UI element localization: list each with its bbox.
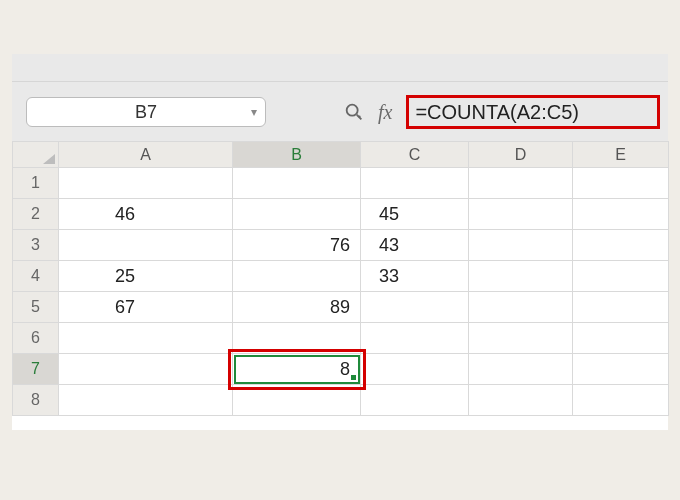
chevron-down-icon[interactable]: ▾	[251, 105, 257, 119]
column-header-row: ABCDE	[13, 142, 669, 168]
cell-C1[interactable]	[361, 168, 469, 199]
cell-B1[interactable]	[233, 168, 361, 199]
cell-B5[interactable]: 89	[233, 292, 361, 323]
cell-A6[interactable]	[59, 323, 233, 354]
row-4: 42533	[13, 261, 669, 292]
cell-E3[interactable]	[573, 230, 669, 261]
select-all-corner[interactable]	[13, 142, 59, 168]
cell-B6[interactable]	[233, 323, 361, 354]
column-header-e[interactable]: E	[573, 142, 669, 168]
cell-D8[interactable]	[469, 385, 573, 416]
cell-E8[interactable]	[573, 385, 669, 416]
row-header-1[interactable]: 1	[13, 168, 59, 199]
cell-B3[interactable]: 76	[233, 230, 361, 261]
row-header-5[interactable]: 5	[13, 292, 59, 323]
zoom-preview-icon[interactable]	[340, 98, 368, 126]
row-3: 37643	[13, 230, 669, 261]
formula-input[interactable]	[415, 101, 651, 124]
spreadsheet-window: B7 ▾ fx A	[12, 54, 668, 430]
worksheet[interactable]: ABCDE 1246453764342533567896788	[12, 141, 668, 430]
cell-D2[interactable]	[469, 199, 573, 230]
row-header-6[interactable]: 6	[13, 323, 59, 354]
cell-A1[interactable]	[59, 168, 233, 199]
cell-D3[interactable]	[469, 230, 573, 261]
cell-B2[interactable]	[233, 199, 361, 230]
row-6: 6	[13, 323, 669, 354]
formula-bar-area: B7 ▾ fx	[12, 54, 668, 141]
cell-A5[interactable]: 67	[59, 292, 233, 323]
cell-A8[interactable]	[59, 385, 233, 416]
svg-point-2	[358, 115, 360, 117]
column-header-a[interactable]: A	[59, 142, 233, 168]
cell-E7[interactable]	[573, 354, 669, 385]
cell-C5[interactable]	[361, 292, 469, 323]
cell-C8[interactable]	[361, 385, 469, 416]
column-header-b[interactable]: B	[233, 142, 361, 168]
fx-icon[interactable]: fx	[376, 101, 398, 124]
name-box-value: B7	[135, 102, 157, 123]
cell-A4[interactable]: 25	[59, 261, 233, 292]
row-8: 8	[13, 385, 669, 416]
cell-C2[interactable]: 45	[361, 199, 469, 230]
cell-B8[interactable]	[233, 385, 361, 416]
cell-C6[interactable]	[361, 323, 469, 354]
cell-A2[interactable]: 46	[59, 199, 233, 230]
cell-A7[interactable]	[59, 354, 233, 385]
column-header-d[interactable]: D	[469, 142, 573, 168]
cell-E2[interactable]	[573, 199, 669, 230]
cell-C7[interactable]	[361, 354, 469, 385]
cell-D1[interactable]	[469, 168, 573, 199]
row-1: 1	[13, 168, 669, 199]
cell-C3[interactable]: 43	[361, 230, 469, 261]
row-header-7[interactable]: 7	[13, 354, 59, 385]
row-2: 24645	[13, 199, 669, 230]
cell-C4[interactable]: 33	[361, 261, 469, 292]
cell-B7[interactable]: 8	[233, 354, 361, 385]
row-header-2[interactable]: 2	[13, 199, 59, 230]
row-header-8[interactable]: 8	[13, 385, 59, 416]
row-header-3[interactable]: 3	[13, 230, 59, 261]
svg-point-0	[347, 105, 358, 116]
cell-D5[interactable]	[469, 292, 573, 323]
cell-D4[interactable]	[469, 261, 573, 292]
cell-D6[interactable]	[469, 323, 573, 354]
row-5: 56789	[13, 292, 669, 323]
column-header-c[interactable]: C	[361, 142, 469, 168]
cell-E6[interactable]	[573, 323, 669, 354]
name-box[interactable]: B7 ▾	[26, 97, 266, 127]
cell-B4[interactable]	[233, 261, 361, 292]
cell-A3[interactable]	[59, 230, 233, 261]
cell-E4[interactable]	[573, 261, 669, 292]
row-header-4[interactable]: 4	[13, 261, 59, 292]
formula-row: B7 ▾ fx	[12, 92, 668, 132]
cell-E1[interactable]	[573, 168, 669, 199]
row-7: 78	[13, 354, 669, 385]
grid[interactable]: ABCDE 1246453764342533567896788	[12, 141, 669, 416]
cell-D7[interactable]	[469, 354, 573, 385]
formula-bar-highlight	[406, 95, 660, 129]
cell-E5[interactable]	[573, 292, 669, 323]
